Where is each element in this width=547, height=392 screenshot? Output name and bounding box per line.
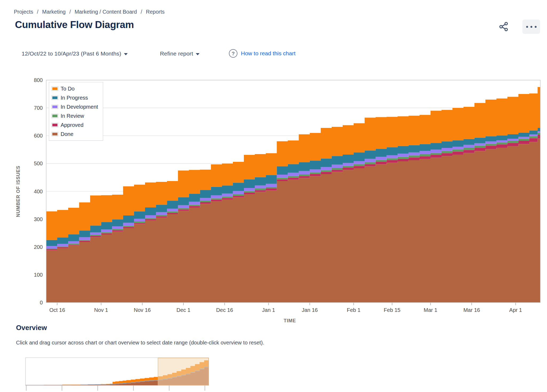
legend-item-todo[interactable]: To Do [52,84,98,93]
y-tick-label: 100 [34,272,43,278]
y-tick-label: 0 [40,300,43,305]
legend-label: In Review [61,113,84,119]
legend-swatch [52,105,58,109]
legend-item-in-progress[interactable]: In Progress [52,93,98,102]
legend-swatch [52,114,58,118]
legend-swatch [52,132,58,136]
y-tick-label: 500 [34,160,43,166]
x-tick-label: Feb 1 [347,307,361,313]
y-tick-label: 200 [34,244,43,250]
x-tick-label: Apr 1 [509,307,522,313]
overview-chart[interactable] [26,358,209,391]
y-tick-label: 400 [34,189,43,194]
legend-label: In Progress [61,95,88,101]
y-tick-label: 300 [34,216,43,222]
x-tick-label: Jan 1 [262,307,275,313]
overview-selection[interactable] [158,358,208,385]
legend-swatch [52,96,58,100]
legend-swatch [52,87,58,91]
chart-plot-area[interactable] [46,80,540,303]
x-tick-label: Mar 16 [463,307,480,313]
legend-item-approved[interactable]: Approved [52,120,98,130]
legend-item-in-review[interactable]: In Review [52,111,98,120]
y-axis-title: NUMBER OF ISSUES [15,166,21,217]
legend-label: Done [61,131,73,137]
legend-label: Approved [61,122,84,128]
x-axis-title: TIME [284,318,296,323]
y-tick-label: 600 [34,133,43,139]
legend-item-in-development[interactable]: In Development [52,102,98,111]
y-tick-label: 700 [34,105,43,111]
x-tick-label: Nov 1 [94,307,108,313]
legend-label: In Development [61,104,98,110]
legend-item-done[interactable]: Done [52,130,98,139]
x-tick-label: Feb 15 [384,307,400,313]
x-tick-label: Oct 16 [49,307,65,313]
chart-legend: To Do In Progress In Development In Revi… [49,82,103,141]
legend-swatch [52,123,58,127]
x-tick-label: Dec 1 [177,307,190,313]
cumulative-flow-chart: 0100200300400500600700800Oct 16Nov 1Nov … [0,0,547,392]
x-tick-label: Nov 16 [134,307,151,313]
x-tick-label: Dec 16 [216,307,233,313]
legend-label: To Do [61,86,75,92]
x-tick-label: Mar 1 [424,307,437,313]
x-axis: Oct 16Nov 1Nov 16Dec 1Dec 16Jan 1Jan 16F… [49,303,522,313]
x-tick-label: Jan 16 [302,307,318,313]
y-tick-label: 800 [34,77,43,83]
